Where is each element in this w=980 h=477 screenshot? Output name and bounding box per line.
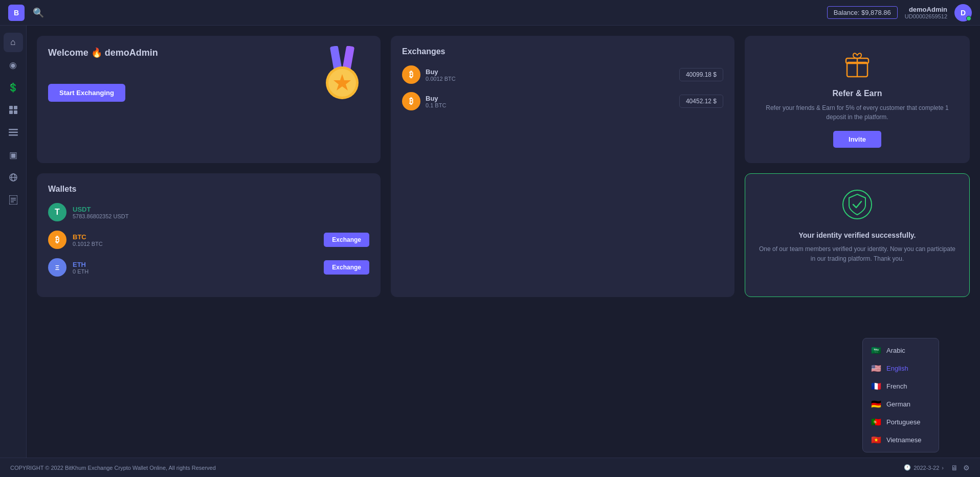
search-icon[interactable]: 🔍	[33, 7, 44, 18]
btc-wallet-icon: ₿	[48, 231, 66, 249]
svg-rect-4	[9, 129, 18, 130]
usdt-amount: 5783.86802352 USDT	[73, 213, 128, 219]
monitor-icon[interactable]: 🖥	[951, 464, 958, 472]
balance-badge: Balance: $9,878.86	[827, 6, 898, 19]
sidebar-item-coins[interactable]: ◉	[4, 55, 23, 75]
svg-rect-5	[9, 132, 18, 133]
user-name: demoAdmin	[909, 6, 947, 13]
french-flag: 🇫🇷	[871, 381, 881, 391]
lang-german[interactable]: 🇩🇪 German	[863, 395, 939, 413]
svg-rect-6	[9, 134, 18, 136]
footer-date: 🕐 2022-3-22 ›	[904, 464, 944, 471]
exchange-row-1: ₿ Buy 0.0012 BTC 40099.18 $	[402, 65, 723, 84]
btc-amount: 0.1012 BTC	[73, 241, 103, 247]
french-label: French	[886, 382, 907, 390]
clock-icon: 🕐	[904, 464, 911, 471]
exchange-action-1: Buy	[426, 68, 456, 76]
topnav: B 🔍 Balance: $9,878.86 demoAdmin UD00002…	[0, 0, 980, 26]
exchange-row-2: ₿ Buy 0.1 BTC 40452.12 $	[402, 92, 723, 110]
main-content: Welcome 🔥 demoAdmin Start Exchanging Exc	[27, 26, 980, 477]
sidebar-item-dollar[interactable]: 💲	[4, 78, 23, 97]
usdt-name: USDT	[73, 206, 128, 213]
lang-french[interactable]: 🇫🇷 French	[863, 377, 939, 395]
sidebar-item-report[interactable]	[4, 190, 23, 210]
vietnamese-flag: 🇻🇳	[871, 435, 881, 445]
wallet-row-eth: Ξ ETH 0 ETH Exchange	[48, 258, 369, 277]
lang-arabic[interactable]: 🇸🇦 Arabic	[863, 342, 939, 359]
svg-rect-13	[11, 201, 14, 202]
topnav-left: B 🔍	[8, 5, 44, 21]
btc-name: BTC	[73, 233, 103, 241]
arabic-flag: 🇸🇦	[871, 346, 881, 355]
sidebar-item-grid[interactable]	[4, 100, 23, 120]
wallet-row-btc: ₿ BTC 0.1012 BTC Exchange	[48, 231, 369, 249]
user-id: UD00002659512	[905, 13, 947, 19]
verified-title: Your identity verified successfully.	[799, 231, 916, 239]
refer-description: Refer your friends & Earn for 5% of ever…	[756, 103, 959, 122]
eth-amount: 0 ETH	[73, 268, 88, 275]
wallet-left-btc: ₿ BTC 0.1012 BTC	[48, 231, 103, 249]
btc-icon-2: ₿	[402, 92, 420, 110]
usdt-icon: T	[48, 203, 66, 221]
gift-icon	[844, 51, 871, 83]
logo[interactable]: B	[8, 5, 25, 21]
btc-icon-1: ₿	[402, 65, 420, 84]
exchange-left-2: ₿ Buy 0.1 BTC	[402, 92, 446, 110]
sidebar-item-list[interactable]	[4, 123, 23, 142]
settings-icon[interactable]: ⚙	[963, 464, 970, 472]
german-flag: 🇩🇪	[871, 399, 881, 409]
german-label: German	[886, 400, 910, 408]
shield-icon	[842, 189, 873, 225]
avatar[interactable]: D	[954, 4, 972, 21]
layout: ⌂ ◉ 💲 ▣	[0, 26, 980, 477]
welcome-card: Welcome 🔥 demoAdmin Start Exchanging	[37, 36, 381, 163]
verified-description: One of our team members verified your id…	[756, 244, 958, 264]
wallet-row-usdt: T USDT 5783.86802352 USDT	[48, 203, 369, 221]
lang-english[interactable]: 🇺🇸 English	[863, 359, 939, 377]
eth-exchange-button[interactable]: Exchange	[324, 260, 369, 275]
sidebar: ⌂ ◉ 💲 ▣	[0, 26, 27, 477]
footer-icons: 🖥 ⚙	[951, 464, 970, 472]
vietnamese-label: Vietnamese	[886, 436, 921, 444]
exchange-action-2: Buy	[426, 95, 446, 102]
wallets-card: Wallets T USDT 5783.86802352 USDT ₿ BTC …	[37, 173, 381, 297]
btc-exchange-button[interactable]: Exchange	[324, 233, 369, 247]
verified-card: Your identity verified successfully. One…	[745, 173, 970, 297]
svg-rect-11	[11, 198, 16, 199]
exchange-price-1: 40099.18 $	[679, 68, 723, 81]
sidebar-item-home[interactable]: ⌂	[4, 33, 23, 52]
sidebar-item-network[interactable]	[4, 168, 23, 187]
refer-title: Refer & Earn	[833, 89, 882, 98]
eth-name: ETH	[73, 261, 88, 268]
start-exchanging-button[interactable]: Start Exchanging	[48, 84, 125, 102]
footer-copyright: COPYRIGHT © 2022 BitKhum Exchange Crypto…	[10, 465, 216, 471]
lang-vietnamese[interactable]: 🇻🇳 Vietnamese	[863, 431, 939, 449]
arabic-label: Arabic	[886, 347, 905, 354]
exchanges-card: Exchanges ₿ Buy 0.0012 BTC 40099.18 $ ₿ …	[391, 36, 734, 297]
language-dropdown: 🇸🇦 Arabic 🇺🇸 English 🇫🇷 French 🇩🇪 German…	[862, 338, 939, 452]
english-label: English	[886, 365, 908, 372]
invite-button[interactable]: Invite	[833, 131, 881, 148]
refer-card: Refer & Earn Refer your friends & Earn f…	[745, 36, 970, 163]
exchange-left-1: ₿ Buy 0.0012 BTC	[402, 65, 456, 84]
english-flag: 🇺🇸	[871, 364, 881, 373]
svg-rect-1	[14, 106, 17, 109]
svg-rect-12	[11, 200, 16, 201]
exchange-amount-1: 0.0012 BTC	[426, 76, 456, 82]
portuguese-label: Portuguese	[886, 418, 921, 426]
exchange-amount-2: 0.1 BTC	[426, 102, 446, 108]
portuguese-flag: 🇵🇹	[871, 417, 881, 427]
svg-rect-2	[9, 110, 13, 114]
footer-right: 🕐 2022-3-22 › 🖥 ⚙	[904, 464, 970, 472]
svg-rect-3	[14, 110, 17, 114]
eth-wallet-icon: Ξ	[48, 258, 66, 277]
sidebar-item-wallet[interactable]: ▣	[4, 145, 23, 165]
wallet-left-usdt: T USDT 5783.86802352 USDT	[48, 203, 128, 221]
footer: COPYRIGHT © 2022 BitKhum Exchange Crypto…	[0, 458, 980, 477]
lang-portuguese[interactable]: 🇵🇹 Portuguese	[863, 413, 939, 431]
arrow-icon: ›	[942, 465, 944, 471]
svg-rect-0	[9, 106, 13, 109]
medal-icon	[319, 46, 365, 104]
exchange-price-2: 40452.12 $	[679, 95, 723, 108]
date-text: 2022-3-22	[914, 465, 939, 471]
